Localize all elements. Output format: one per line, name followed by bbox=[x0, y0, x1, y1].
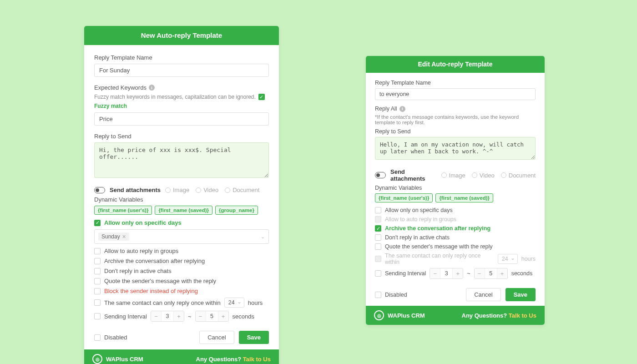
brand-badge-icon: ◎ bbox=[374, 310, 384, 320]
opt-archive[interactable]: Archive the conversation after replying bbox=[94, 258, 269, 264]
dynvar-chips: {first_name (user's)} {first_name (saved… bbox=[94, 206, 269, 215]
radio-document[interactable]: Document bbox=[501, 172, 536, 179]
footer-row: Disabled Cancel Save bbox=[94, 331, 269, 344]
days-select[interactable]: Sunday ✕ ⌄ bbox=[94, 229, 269, 244]
minus-button[interactable]: − bbox=[430, 268, 440, 278]
dynvar-chips: {first_name (user's)} {first_name (saved… bbox=[375, 193, 536, 202]
keywords-help-row: Fuzzy match keywords in messages, capita… bbox=[94, 94, 269, 109]
radio-video[interactable]: Video bbox=[472, 172, 495, 179]
card-header: Edit Auto-reply Template bbox=[366, 56, 545, 73]
dynvar-chip[interactable]: {first_name (user's)} bbox=[375, 193, 433, 202]
opt-quote[interactable]: Quote the sender's message with the repl… bbox=[375, 243, 536, 250]
template-name-input[interactable] bbox=[375, 88, 536, 100]
minus-button[interactable]: − bbox=[151, 311, 161, 321]
checkbox-icon[interactable] bbox=[94, 258, 101, 264]
checkbox-icon[interactable] bbox=[94, 268, 101, 274]
radio-video[interactable]: Video bbox=[196, 187, 218, 193]
opt-dont-active[interactable]: Don't reply in active chats bbox=[94, 268, 269, 274]
opt-allow-days[interactable]: Allow only on specific days bbox=[375, 207, 536, 213]
cancel-button[interactable]: Cancel bbox=[466, 288, 500, 301]
dynvar-label: Dynamic Variables bbox=[375, 185, 536, 191]
day-tag[interactable]: Sunday ✕ bbox=[98, 233, 129, 241]
reply-label: Reply to Send bbox=[375, 128, 536, 135]
minus-button[interactable]: − bbox=[196, 311, 206, 321]
opt-block[interactable]: Block the sender instead of replying bbox=[94, 288, 269, 294]
attachments-toggle[interactable] bbox=[94, 187, 105, 193]
card-footer: ◎ WAPlus CRM Any Questions? Talk to Us bbox=[366, 306, 545, 325]
reply-textarea[interactable] bbox=[375, 137, 536, 160]
reply-all-help: *If the contact's message contains keywo… bbox=[375, 114, 536, 125]
stepper-value: 5 bbox=[485, 268, 497, 278]
attachments-toggle[interactable] bbox=[375, 172, 386, 178]
opt-disabled[interactable]: Disabled bbox=[375, 292, 407, 298]
info-icon[interactable]: i bbox=[399, 106, 405, 112]
radio-circle-icon bbox=[501, 172, 506, 178]
footer-cta: Any Questions? Talk to Us bbox=[196, 356, 271, 363]
keywords-label-text: Expected Keywords bbox=[94, 84, 147, 91]
plus-button[interactable]: + bbox=[453, 268, 463, 278]
radio-image[interactable]: Image bbox=[441, 172, 465, 179]
interval-to-stepper[interactable]: − 5 + bbox=[195, 311, 229, 322]
card-header: New Auto-reply Template bbox=[84, 26, 279, 45]
radio-circle-icon bbox=[472, 172, 477, 178]
dynvar-chip[interactable]: {first_name (saved)} bbox=[435, 193, 493, 202]
minus-button[interactable]: − bbox=[475, 268, 485, 278]
checkbox-icon[interactable] bbox=[375, 270, 381, 277]
opt-dont-active[interactable]: Don't reply in active chats bbox=[375, 234, 536, 241]
brand-text: WAPlus CRM bbox=[106, 356, 143, 363]
checkbox-icon[interactable] bbox=[375, 243, 381, 250]
checkbox-icon[interactable] bbox=[94, 278, 101, 284]
opt-same-contact[interactable]: The same contact can only reply once wit… bbox=[94, 298, 269, 308]
reply-textarea[interactable] bbox=[94, 142, 269, 178]
opt-interval[interactable]: Sending Interval − 3 + ~ − 5 + seconds bbox=[94, 311, 269, 322]
checkbox-icon[interactable] bbox=[375, 225, 381, 232]
dynvar-label: Dynamic Variables bbox=[94, 196, 269, 203]
opt-disabled[interactable]: Disabled bbox=[94, 334, 127, 341]
attachments-label: Send attachments bbox=[110, 187, 161, 193]
checkbox-icon[interactable] bbox=[94, 334, 101, 341]
radio-circle-icon bbox=[165, 187, 171, 193]
dynvar-chip[interactable]: {group_name} bbox=[215, 206, 258, 215]
opt-archive[interactable]: Archive the conversation after replying bbox=[375, 225, 536, 232]
allow-days-row[interactable]: Allow only on specific days bbox=[94, 219, 269, 226]
radio-document[interactable]: Document bbox=[225, 187, 259, 193]
opt-auto-groups[interactable]: Allow to auto reply in groups bbox=[94, 248, 269, 254]
interval-to-stepper[interactable]: − 5 + bbox=[474, 268, 508, 279]
checkbox-icon[interactable] bbox=[94, 313, 101, 319]
checkbox-icon[interactable] bbox=[94, 288, 101, 294]
save-button[interactable]: Save bbox=[239, 331, 269, 344]
checkbox-icon[interactable] bbox=[375, 207, 381, 213]
talk-to-us-link[interactable]: Talk to Us bbox=[243, 356, 271, 363]
checkbox-icon[interactable] bbox=[94, 220, 101, 226]
opt-quote[interactable]: Quote the sender's message with the repl… bbox=[94, 278, 269, 284]
radio-image[interactable]: Image bbox=[165, 187, 189, 193]
footer-cta: Any Questions? Talk to Us bbox=[462, 312, 536, 319]
radio-circle-icon bbox=[225, 187, 230, 193]
keywords-input[interactable] bbox=[94, 112, 269, 126]
dynvar-chip[interactable]: {first_name (user's)} bbox=[94, 206, 152, 215]
plus-button[interactable]: + bbox=[174, 311, 184, 321]
interval-from-stepper[interactable]: − 3 + bbox=[430, 268, 463, 279]
hours-select[interactable]: 24 bbox=[224, 298, 244, 308]
dynvar-chip[interactable]: {first_name (saved)} bbox=[155, 206, 212, 215]
plus-button[interactable]: + bbox=[218, 311, 228, 321]
talk-to-us-link[interactable]: Talk to Us bbox=[509, 312, 536, 319]
checkbox-icon[interactable] bbox=[375, 234, 381, 241]
interval-from-stepper[interactable]: − 3 + bbox=[151, 311, 184, 322]
radio-circle-icon bbox=[196, 187, 201, 193]
info-icon[interactable]: i bbox=[149, 85, 155, 91]
card-footer: ◎ WAPlus CRM Any Questions? Talk to Us bbox=[84, 349, 279, 364]
close-icon[interactable]: ✕ bbox=[122, 234, 126, 240]
checkbox-icon[interactable] bbox=[94, 248, 101, 254]
fuzzy-checkbox[interactable] bbox=[258, 94, 265, 100]
stepper-value: 5 bbox=[206, 311, 218, 321]
checkbox-icon[interactable] bbox=[94, 299, 101, 306]
checkbox-icon[interactable] bbox=[375, 292, 381, 298]
chevron-down-icon: ⌄ bbox=[261, 234, 265, 240]
save-button[interactable]: Save bbox=[506, 288, 536, 301]
plus-button[interactable]: + bbox=[497, 268, 507, 278]
attachment-type-group: Image Video Document bbox=[441, 172, 536, 179]
cancel-button[interactable]: Cancel bbox=[199, 331, 234, 344]
opt-interval[interactable]: Sending Interval − 3 + ~ − 5 + seconds bbox=[375, 268, 536, 279]
template-name-input[interactable] bbox=[94, 64, 269, 77]
